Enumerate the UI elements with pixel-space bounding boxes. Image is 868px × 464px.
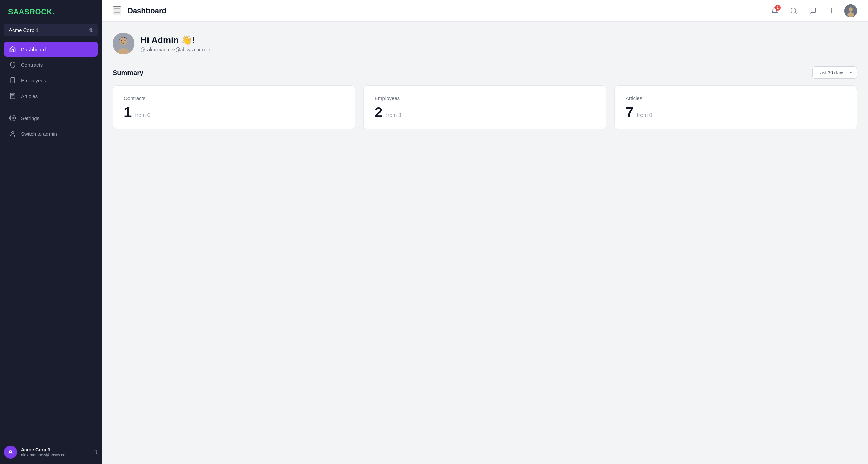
period-select[interactable]: Last 30 days Last 7 days Last 90 days La… bbox=[812, 66, 857, 79]
stat-number: 1 bbox=[124, 105, 132, 119]
svg-rect-0 bbox=[11, 78, 15, 83]
org-selector[interactable]: Acme Corp 1 ⇅ bbox=[4, 24, 98, 36]
bottom-chevron-icon: ⇅ bbox=[94, 449, 98, 455]
at-icon: @ bbox=[140, 47, 145, 52]
header: Dashboard 1 bbox=[102, 0, 868, 22]
sidebar-item-label: Settings bbox=[21, 115, 39, 121]
header-right: 1 bbox=[768, 4, 857, 17]
sidebar-item-label: Employees bbox=[21, 78, 46, 83]
stat-value-row: 1 from 0 bbox=[124, 105, 344, 119]
switch-icon bbox=[9, 130, 16, 137]
settings-icon bbox=[9, 115, 16, 121]
stat-label: Articles bbox=[626, 95, 846, 101]
svg-point-21 bbox=[120, 38, 127, 45]
logo-text: SAASROCK. bbox=[8, 7, 55, 16]
summary-header: Summary Last 30 days Last 7 days Last 90… bbox=[113, 66, 857, 79]
messages-button[interactable] bbox=[806, 4, 819, 17]
page-title: Dashboard bbox=[127, 6, 166, 15]
employees-icon bbox=[9, 77, 16, 84]
stat-from: from 0 bbox=[135, 112, 150, 118]
stats-grid: Contracts 1 from 0 Employees 2 from 3 Ar… bbox=[113, 85, 857, 129]
sidebar-item-employees[interactable]: Employees bbox=[4, 73, 98, 88]
svg-point-23 bbox=[121, 40, 122, 41]
sidebar: SAASROCK. Acme Corp 1 ⇅ Dashboard Contra… bbox=[0, 0, 102, 464]
bottom-org-name: Acme Corp 1 bbox=[21, 447, 90, 452]
avatar: A bbox=[4, 446, 17, 459]
menu-toggle-button[interactable] bbox=[113, 6, 121, 15]
stat-card-contracts: Contracts 1 from 0 bbox=[113, 85, 355, 129]
stat-number: 7 bbox=[626, 105, 633, 119]
sidebar-item-switch-admin[interactable]: Switch to admin bbox=[4, 126, 98, 141]
svg-line-14 bbox=[795, 12, 796, 14]
svg-rect-4 bbox=[10, 93, 15, 99]
svg-point-24 bbox=[125, 40, 126, 41]
notification-badge: 1 bbox=[775, 5, 781, 11]
welcome-text: Hi Admin 👋! @ alex.martinez@absys.com.mx bbox=[140, 35, 211, 52]
svg-point-8 bbox=[12, 117, 14, 119]
stat-from: from 3 bbox=[386, 112, 401, 118]
stat-label: Employees bbox=[375, 95, 595, 101]
home-icon bbox=[9, 46, 16, 53]
summary-title: Summary bbox=[113, 69, 143, 77]
sidebar-item-articles[interactable]: Articles bbox=[4, 89, 98, 103]
org-selector-label: Acme Corp 1 bbox=[9, 27, 39, 33]
page-content: Hi Admin 👋! @ alex.martinez@absys.com.mx… bbox=[102, 22, 868, 464]
welcome-email-row: @ alex.martinez@absys.com.mx bbox=[140, 47, 211, 52]
articles-icon bbox=[9, 93, 16, 99]
sidebar-item-contracts[interactable]: Contracts bbox=[4, 57, 98, 72]
sidebar-item-label: Articles bbox=[21, 93, 38, 99]
stat-value-row: 7 from 0 bbox=[626, 105, 846, 119]
sidebar-nav: Dashboard Contracts Employees Articles bbox=[0, 39, 102, 440]
stat-card-articles: Articles 7 from 0 bbox=[614, 85, 857, 129]
welcome-avatar bbox=[113, 33, 134, 54]
svg-point-18 bbox=[849, 7, 853, 12]
welcome-section: Hi Admin 👋! @ alex.martinez@absys.com.mx bbox=[113, 33, 857, 54]
sidebar-item-dashboard[interactable]: Dashboard bbox=[4, 42, 98, 57]
logo: SAASROCK. bbox=[0, 0, 102, 24]
add-button[interactable] bbox=[825, 4, 838, 17]
chevron-updown-icon: ⇅ bbox=[89, 27, 93, 33]
stat-value-row: 2 from 3 bbox=[375, 105, 595, 119]
sidebar-bottom[interactable]: A Acme Corp 1 alex.martinez@absys.co... … bbox=[0, 440, 102, 464]
greeting-heading: Hi Admin 👋! bbox=[140, 35, 211, 45]
user-avatar[interactable] bbox=[844, 4, 857, 17]
svg-point-19 bbox=[847, 12, 854, 17]
sidebar-item-label: Switch to admin bbox=[21, 131, 57, 137]
stat-label: Contracts bbox=[124, 95, 344, 101]
bottom-user-info: Acme Corp 1 alex.martinez@absys.co... bbox=[21, 447, 90, 457]
search-button[interactable] bbox=[787, 4, 800, 17]
welcome-email-text: alex.martinez@absys.com.mx bbox=[147, 47, 211, 52]
stat-card-employees: Employees 2 from 3 bbox=[363, 85, 606, 129]
svg-point-9 bbox=[12, 131, 14, 134]
main-content: Dashboard 1 bbox=[102, 0, 868, 464]
stat-number: 2 bbox=[375, 105, 382, 119]
contracts-icon bbox=[9, 61, 16, 68]
stat-from: from 0 bbox=[637, 112, 652, 118]
notifications-button[interactable]: 1 bbox=[768, 4, 781, 17]
sidebar-item-label: Contracts bbox=[21, 62, 43, 68]
sidebar-item-label: Dashboard bbox=[21, 46, 46, 52]
sidebar-item-settings[interactable]: Settings bbox=[4, 111, 98, 125]
bottom-email: alex.martinez@absys.co... bbox=[21, 452, 90, 457]
header-left: Dashboard bbox=[113, 6, 166, 15]
